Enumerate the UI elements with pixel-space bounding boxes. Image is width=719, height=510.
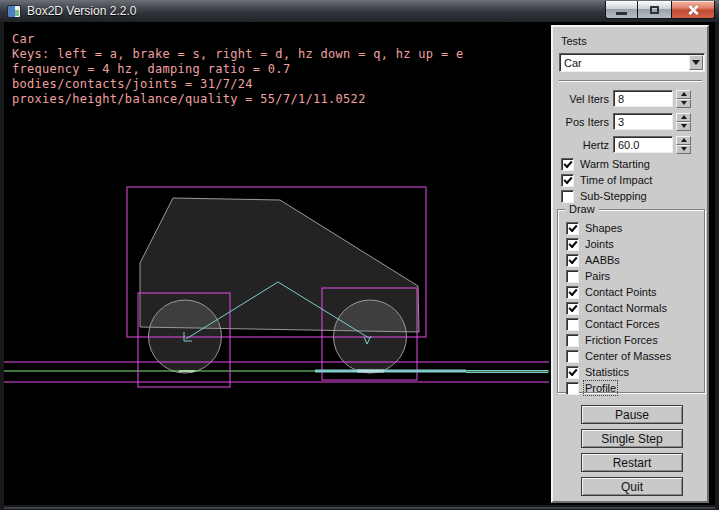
minimize-button[interactable]	[605, 1, 638, 19]
spinner-up-button[interactable]	[676, 136, 691, 145]
checkbox-row[interactable]: Warm Starting	[561, 156, 652, 172]
stats-line: Car	[12, 32, 463, 47]
checkbox-row[interactable]: Profile	[566, 380, 671, 396]
value-input[interactable]: 60.0	[613, 136, 673, 153]
spinner-down-button[interactable]	[676, 99, 691, 108]
checkbox[interactable]	[566, 254, 579, 267]
tests-dropdown[interactable]: Car	[559, 53, 705, 72]
panel-button[interactable]: Single Step	[581, 429, 683, 448]
checkbox[interactable]	[566, 334, 579, 347]
window-controls	[605, 1, 715, 19]
iteration-row: Vel Iters 8	[553, 89, 711, 108]
chevron-down-icon	[692, 60, 700, 65]
spinner-up-button[interactable]	[676, 113, 691, 122]
checkbox-row[interactable]: Contact Forces	[566, 316, 671, 332]
rear-wheel-contact-point	[179, 370, 195, 372]
up-arrow-icon	[681, 115, 687, 119]
panel-button[interactable]: Restart	[581, 453, 683, 472]
checkbox-label: Warm Starting	[580, 158, 650, 170]
down-arrow-icon	[681, 124, 687, 128]
spinner-down-button[interactable]	[676, 145, 691, 154]
checkbox-row[interactable]: Contact Normals	[566, 300, 671, 316]
stats-line: frequency = 4 hz, damping ratio = 0.7	[12, 62, 463, 77]
checkbox[interactable]	[561, 158, 574, 171]
checkbox-label: Pairs	[585, 270, 610, 282]
checkbox-label: Shapes	[585, 222, 622, 234]
checkbox-label: Center of Masses	[585, 350, 671, 362]
checkbox[interactable]	[566, 238, 579, 251]
window-frame-edge	[4, 507, 715, 509]
checkbox-row[interactable]: AABBs	[566, 252, 671, 268]
checkbox-label: Time of Impact	[580, 174, 652, 186]
checkbox-row[interactable]: Sub-Stepping	[561, 188, 652, 204]
up-arrow-icon	[681, 138, 687, 142]
app-icon	[7, 5, 21, 18]
field-label: Vel Iters	[553, 93, 609, 105]
checkbox-label: Joints	[585, 238, 614, 250]
checkbox-row[interactable]: Pairs	[566, 268, 671, 284]
spinner	[676, 136, 691, 154]
checkbox-row[interactable]: Statistics	[566, 364, 671, 380]
checkbox-label: Contact Points	[585, 286, 657, 298]
tests-label: Tests	[561, 35, 587, 47]
stats-line: Keys: left = a, brake = s, right = d, hz…	[12, 47, 463, 62]
checkbox-label: AABBs	[585, 254, 620, 266]
minimize-icon	[616, 12, 627, 15]
front-wheel-contact-point	[357, 370, 384, 373]
checkbox[interactable]	[566, 222, 579, 235]
checkbox-label: Contact Normals	[585, 302, 667, 314]
checkbox-label: Friction Forces	[585, 334, 658, 346]
close-icon	[687, 5, 699, 15]
draw-checkboxes: Shapes Joints AABBs	[566, 220, 671, 396]
checkbox-row[interactable]: Joints	[566, 236, 671, 252]
tests-dropdown-button[interactable]	[689, 55, 703, 70]
field-label: Pos Iters	[553, 116, 609, 128]
panel-button[interactable]: Pause	[581, 405, 683, 424]
checkbox[interactable]	[566, 366, 579, 379]
down-arrow-icon	[681, 101, 687, 105]
up-arrow-icon	[681, 92, 687, 96]
checkbox-row[interactable]: Contact Points	[566, 284, 671, 300]
draw-group-caption: Draw	[565, 203, 599, 215]
window-title: Box2D Version 2.2.0	[27, 4, 136, 18]
checkbox-row[interactable]: Center of Masses	[566, 348, 671, 364]
app-window: Box2D Version 2.2.0	[0, 0, 719, 510]
iteration-row: Pos Iters 3	[553, 112, 711, 131]
solver-checkboxes: Warm Starting Time of Impact Sub-Steppin…	[561, 156, 652, 204]
spinner-up-button[interactable]	[676, 90, 691, 99]
checkbox-label: Profile	[585, 382, 616, 394]
checkbox[interactable]	[566, 302, 579, 315]
separator	[559, 80, 702, 82]
tests-dropdown-value: Car	[564, 57, 582, 69]
stats-line: proxies/height/balance/quality = 55/7/1/…	[12, 92, 463, 107]
spinner-down-button[interactable]	[676, 122, 691, 131]
field-label: Hertz	[553, 139, 609, 151]
value-input[interactable]: 8	[613, 90, 673, 107]
checkbox-label: Statistics	[585, 366, 629, 378]
checkbox[interactable]	[561, 174, 574, 187]
control-panel: Tests Car Vel Iters 8	[551, 25, 709, 503]
value-input[interactable]: 3	[613, 113, 673, 130]
checkbox[interactable]	[566, 286, 579, 299]
action-buttons: Pause Single Step Restart Quit	[581, 405, 683, 501]
checkbox[interactable]	[566, 270, 579, 283]
checkbox-row[interactable]: Time of Impact	[561, 172, 652, 188]
close-button[interactable]	[671, 1, 715, 19]
panel-button[interactable]: Quit	[581, 477, 683, 496]
spinner	[676, 90, 691, 108]
bridge-joints-line	[315, 370, 466, 373]
checkbox[interactable]	[561, 190, 574, 203]
checkbox[interactable]	[566, 382, 579, 395]
checkbox[interactable]	[566, 350, 579, 363]
checkbox-label: Sub-Stepping	[580, 190, 647, 202]
checkbox-row[interactable]: Friction Forces	[566, 332, 671, 348]
checkbox-row[interactable]: Shapes	[566, 220, 671, 236]
checkbox-label: Contact Forces	[585, 318, 660, 330]
checkbox[interactable]	[566, 318, 579, 331]
title-bar[interactable]: Box2D Version 2.2.0	[0, 0, 719, 22]
draw-group: Draw Shapes Joints	[557, 209, 705, 393]
down-arrow-icon	[681, 147, 687, 151]
iteration-fields: Vel Iters 8 Pos Iters	[553, 89, 711, 158]
maximize-button[interactable]	[638, 1, 671, 19]
stats-text: Car Keys: left = a, brake = s, right = d…	[12, 32, 463, 107]
